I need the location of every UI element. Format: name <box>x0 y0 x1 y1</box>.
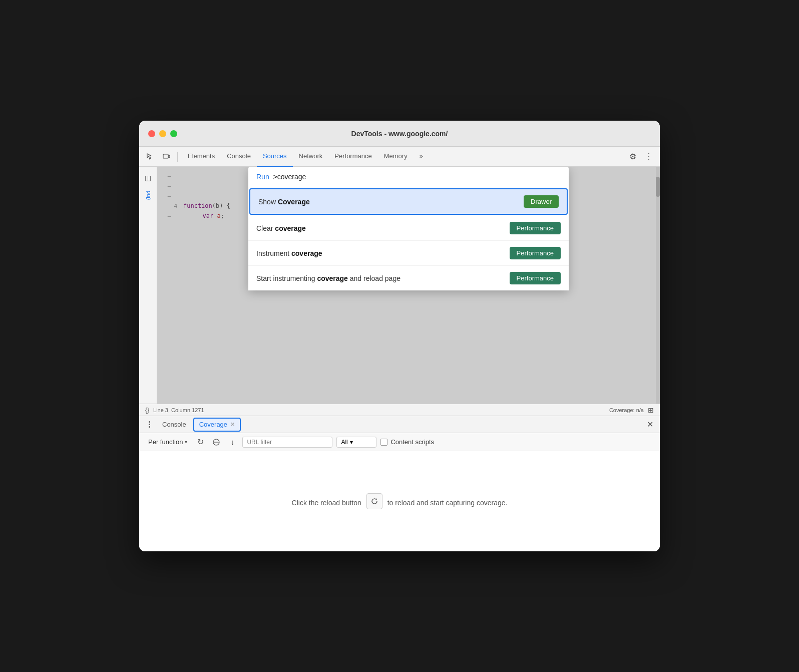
result-instrument-coverage[interactable]: Instrument coverage Performance <box>248 241 569 266</box>
window-title: DevTools - www.google.com/ <box>351 130 448 138</box>
tab-performance[interactable]: Performance <box>328 147 377 167</box>
status-bar: {} Line 3, Column 1271 Coverage: n/a ⊞ <box>139 404 660 416</box>
drawer-menu-icon[interactable] <box>143 419 155 431</box>
svg-rect-0 <box>163 154 168 158</box>
result-clear-coverage-text: Clear coverage <box>256 224 306 232</box>
coverage-toolbar: Per function ▾ ↻ ↓ All ▾ <box>139 433 660 451</box>
performance-badge-2[interactable]: Performance <box>510 247 561 259</box>
reload-coverage-icon[interactable]: ↻ <box>194 436 206 448</box>
toolbar-right: ⚙ ⋮ <box>626 150 656 164</box>
coverage-tab-close-icon[interactable]: ✕ <box>230 421 235 428</box>
tab-console[interactable]: Console <box>221 147 257 167</box>
content-scripts-checkbox[interactable] <box>380 439 387 446</box>
per-function-label: Per function <box>148 438 183 446</box>
pretty-print-icon[interactable]: {} <box>145 407 149 414</box>
tab-network[interactable]: Network <box>293 147 329 167</box>
devtools-body: Elements Console Sources Network Perform… <box>139 147 660 551</box>
drawer: Console Coverage ✕ ✕ Per function ▾ ↻ <box>139 416 660 551</box>
per-function-chevron-icon: ▾ <box>185 439 187 445</box>
cursor-position: Line 3, Column 1271 <box>153 407 204 413</box>
drawer-tab-console[interactable]: Console <box>157 416 191 433</box>
inspect-element-icon[interactable] <box>143 150 157 164</box>
coverage-empty-state: Click the reload button to reload and st… <box>139 451 660 551</box>
toolbar-divider <box>177 152 178 162</box>
run-label: Run <box>256 173 269 181</box>
more-options-icon[interactable]: ⋮ <box>642 150 656 164</box>
command-input-text: >coverage <box>271 173 306 181</box>
device-toggle-icon[interactable] <box>159 150 173 164</box>
drawer-close-button[interactable]: ✕ <box>644 419 656 431</box>
tab-sources[interactable]: Sources <box>257 147 293 167</box>
drawer-badge[interactable]: Drawer <box>524 195 559 208</box>
title-bar: DevTools - www.google.com/ <box>139 121 660 147</box>
top-toolbar: Elements Console Sources Network Perform… <box>139 147 660 167</box>
tab-nav: Elements Console Sources Network Perform… <box>182 147 624 167</box>
devtools-window: DevTools - www.google.com/ Elements Cons… <box>139 121 660 551</box>
traffic-lights <box>148 130 177 137</box>
content-scripts-label: Content scripts <box>390 438 434 446</box>
status-left: {} Line 3, Column 1271 <box>145 407 204 414</box>
result-start-instrumenting-text: Start instrumenting coverage and reload … <box>256 274 401 282</box>
drawer-tab-coverage[interactable]: Coverage ✕ <box>193 418 241 432</box>
download-coverage-icon[interactable]: ↓ <box>226 436 238 448</box>
command-input-row: Run >coverage <box>248 167 569 187</box>
command-menu: Run >coverage Show Coverage Drawer <box>248 167 569 290</box>
all-label: All <box>341 439 347 446</box>
svg-rect-1 <box>168 155 170 158</box>
type-filter-chevron-icon: ▾ <box>350 439 353 446</box>
maximize-button[interactable] <box>170 130 177 137</box>
sidebar-panel-icon[interactable]: ◫ <box>141 171 155 185</box>
settings-icon[interactable]: ⚙ <box>626 150 640 164</box>
tab-elements[interactable]: Elements <box>182 147 221 167</box>
tab-more[interactable]: » <box>414 147 429 167</box>
tab-memory[interactable]: Memory <box>378 147 414 167</box>
per-function-dropdown[interactable]: Per function ▾ <box>145 436 190 448</box>
coverage-status: Coverage: n/a <box>609 407 644 413</box>
sidebar-toggle: ◫ (ind <box>139 167 157 404</box>
status-right: Coverage: n/a ⊞ <box>609 406 654 414</box>
dock-icon[interactable]: ⊞ <box>648 406 654 414</box>
command-menu-overlay[interactable]: Run >coverage Show Coverage Drawer <box>157 167 660 404</box>
result-clear-coverage[interactable]: Clear coverage Performance <box>248 216 569 241</box>
type-filter-dropdown[interactable]: All ▾ <box>336 437 376 448</box>
drawer-tabs: Console Coverage ✕ ✕ <box>139 416 660 433</box>
empty-state-text: Click the reload button to reload and st… <box>292 493 508 509</box>
result-start-instrumenting[interactable]: Start instrumenting coverage and reload … <box>248 266 569 290</box>
url-filter-input[interactable] <box>242 437 332 448</box>
close-button[interactable] <box>148 130 155 137</box>
performance-badge-3[interactable]: Performance <box>510 272 561 284</box>
result-show-coverage[interactable]: Show Coverage Drawer <box>249 188 568 215</box>
source-panel: – – – 4 <box>157 167 660 404</box>
result-show-coverage-text: Show Coverage <box>258 198 310 206</box>
content-area: ◫ (ind – – <box>139 167 660 404</box>
content-scripts-filter: Content scripts <box>380 438 434 446</box>
minimize-button[interactable] <box>159 130 166 137</box>
reload-button-inline[interactable] <box>366 493 382 509</box>
result-instrument-coverage-text: Instrument coverage <box>256 249 322 257</box>
coverage-tab-label: Coverage <box>199 421 227 428</box>
performance-badge-1[interactable]: Performance <box>510 222 561 234</box>
clear-coverage-icon[interactable] <box>210 436 222 448</box>
command-results: Show Coverage Drawer Clear coverage Perf… <box>248 188 569 290</box>
sidebar-file-label[interactable]: (ind <box>145 191 151 200</box>
